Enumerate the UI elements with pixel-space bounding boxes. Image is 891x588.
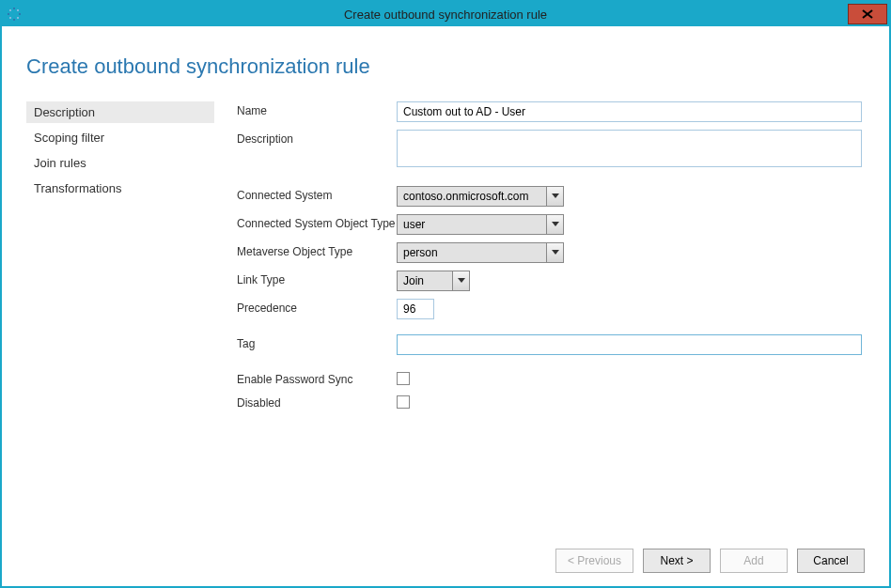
mv-object-type-label: Metaverse Object Type — [237, 242, 397, 258]
disabled-checkbox[interactable] — [397, 395, 410, 409]
password-sync-label: Enable Password Sync — [237, 370, 397, 386]
cs-object-type-select[interactable]: user — [397, 214, 564, 235]
svg-rect-7 — [9, 9, 11, 11]
svg-rect-4 — [17, 9, 19, 11]
svg-marker-12 — [552, 250, 559, 255]
previous-button[interactable]: < Previous — [555, 549, 633, 573]
titlebar: Create outbound synchronization rule — [2, 2, 889, 26]
sidebar-item-description[interactable]: Description — [26, 101, 214, 123]
svg-rect-3 — [8, 13, 9, 15]
close-icon — [862, 9, 873, 19]
dropdown-button[interactable] — [547, 242, 564, 263]
svg-rect-5 — [17, 17, 19, 19]
dialog-window: Create outbound synchronization rule Cre… — [0, 0, 891, 588]
dropdown-button[interactable] — [453, 271, 470, 291]
sidebar-item-scoping-filter[interactable]: Scoping filter — [26, 127, 214, 148]
sidebar-item-join-rules[interactable]: Join rules — [26, 152, 214, 174]
svg-marker-10 — [552, 193, 559, 198]
link-type-select[interactable]: Join — [397, 271, 470, 291]
dropdown-button[interactable] — [547, 214, 564, 235]
page-title: Create outbound synchronization rule — [26, 54, 865, 79]
mv-object-type-select[interactable]: person — [397, 242, 564, 263]
connected-system-label: Connected System — [237, 186, 397, 202]
svg-rect-2 — [13, 19, 15, 21]
svg-marker-13 — [458, 278, 465, 283]
add-button[interactable]: Add — [720, 549, 788, 573]
svg-marker-11 — [552, 222, 559, 226]
precedence-input[interactable] — [397, 299, 434, 319]
name-input[interactable] — [397, 101, 862, 122]
dropdown-button[interactable] — [547, 186, 564, 207]
link-type-value: Join — [397, 271, 453, 291]
name-label: Name — [237, 101, 397, 117]
description-input[interactable] — [397, 130, 862, 167]
wizard-sidebar: Description Scoping filter Join rules Tr… — [26, 101, 214, 535]
description-label: Description — [237, 130, 397, 146]
app-icon — [8, 8, 21, 21]
main-area: Description Scoping filter Join rules Tr… — [26, 101, 865, 535]
password-sync-checkbox[interactable] — [397, 372, 410, 385]
sidebar-item-transformations[interactable]: Transformations — [26, 178, 214, 199]
svg-rect-1 — [19, 13, 21, 15]
window-title: Create outbound synchronization rule — [344, 8, 547, 22]
mv-object-type-value: person — [397, 242, 547, 263]
form-area: Name Description Connected System contos… — [214, 101, 865, 535]
tag-label: Tag — [237, 334, 397, 350]
titlebar-left — [8, 8, 21, 21]
svg-rect-0 — [13, 8, 15, 9]
link-type-label: Link Type — [237, 271, 397, 286]
chevron-down-icon — [458, 278, 465, 284]
cs-object-type-label: Connected System Object Type — [237, 214, 397, 230]
content-area: Create outbound synchronization rule Des… — [2, 26, 889, 586]
cancel-button[interactable]: Cancel — [797, 549, 865, 573]
chevron-down-icon — [552, 250, 559, 255]
connected-system-select[interactable]: contoso.onmicrosoft.com — [397, 186, 564, 207]
close-button[interactable] — [848, 4, 887, 24]
precedence-label: Precedence — [237, 299, 397, 315]
disabled-label: Disabled — [237, 394, 397, 410]
chevron-down-icon — [552, 222, 559, 227]
cs-object-type-value: user — [397, 214, 547, 235]
next-button[interactable]: Next > — [643, 549, 711, 573]
connected-system-value: contoso.onmicrosoft.com — [397, 186, 547, 207]
tag-input[interactable] — [397, 334, 862, 355]
footer-buttons: < Previous Next > Add Cancel — [26, 535, 865, 573]
chevron-down-icon — [552, 193, 559, 199]
svg-rect-6 — [9, 17, 11, 19]
